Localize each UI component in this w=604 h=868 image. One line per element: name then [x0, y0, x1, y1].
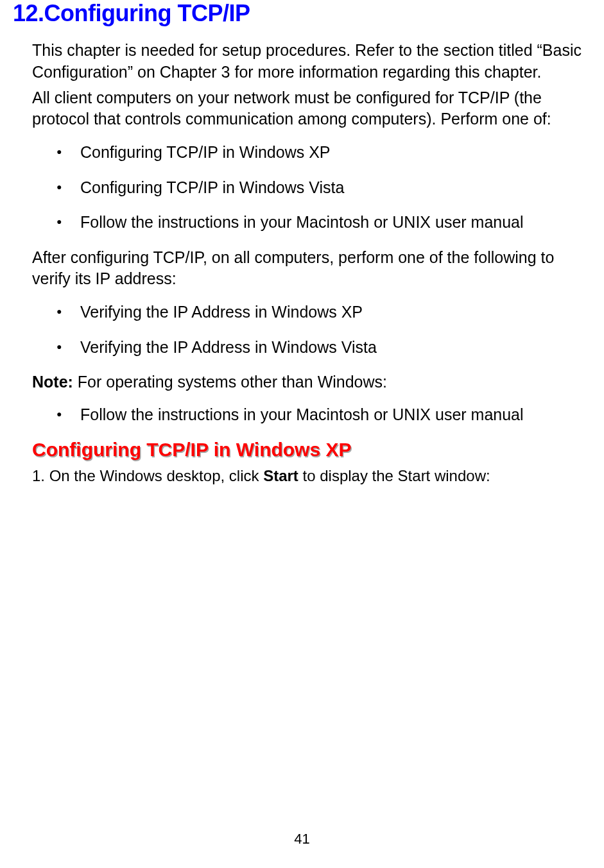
verify-options-list: Verifying the IP Address in Windows XP V…: [13, 302, 591, 357]
note-label: Note:: [32, 373, 73, 391]
mid-paragraph: After configuring TCP/IP, on all compute…: [13, 247, 591, 291]
list-item: Verifying the IP Address in Windows XP: [13, 302, 591, 323]
list-item: Verifying the IP Address in Windows Vist…: [13, 337, 591, 358]
page-number: 41: [0, 831, 604, 847]
list-item: Configuring TCP/IP in Windows XP: [13, 142, 591, 163]
list-item: Follow the instructions in your Macintos…: [13, 404, 591, 425]
document-page: 12.Configuring TCP/IP This chapter is ne…: [0, 0, 604, 486]
note-options-list: Follow the instructions in your Macintos…: [13, 404, 591, 425]
step-suffix: to display the Start window:: [298, 467, 490, 484]
intro-paragraph-1: This chapter is needed for setup procedu…: [13, 40, 591, 83]
section-title: Configuring TCP/IP in Windows XP: [13, 439, 591, 461]
note-line: Note: For operating systems other than W…: [13, 371, 591, 393]
config-options-list: Configuring TCP/IP in Windows XP Configu…: [13, 142, 591, 233]
intro-paragraph-2: All client computers on your network mus…: [13, 87, 591, 131]
chapter-title: 12.Configuring TCP/IP: [13, 0, 591, 27]
step-bold-word: Start: [263, 467, 298, 484]
list-item: Follow the instructions in your Macintos…: [13, 212, 591, 233]
list-item: Configuring TCP/IP in Windows Vista: [13, 177, 591, 198]
step-1-text: 1. On the Windows desktop, click Start t…: [13, 466, 591, 486]
note-text: For operating systems other than Windows…: [73, 373, 387, 391]
step-prefix: 1. On the Windows desktop, click: [32, 467, 263, 484]
